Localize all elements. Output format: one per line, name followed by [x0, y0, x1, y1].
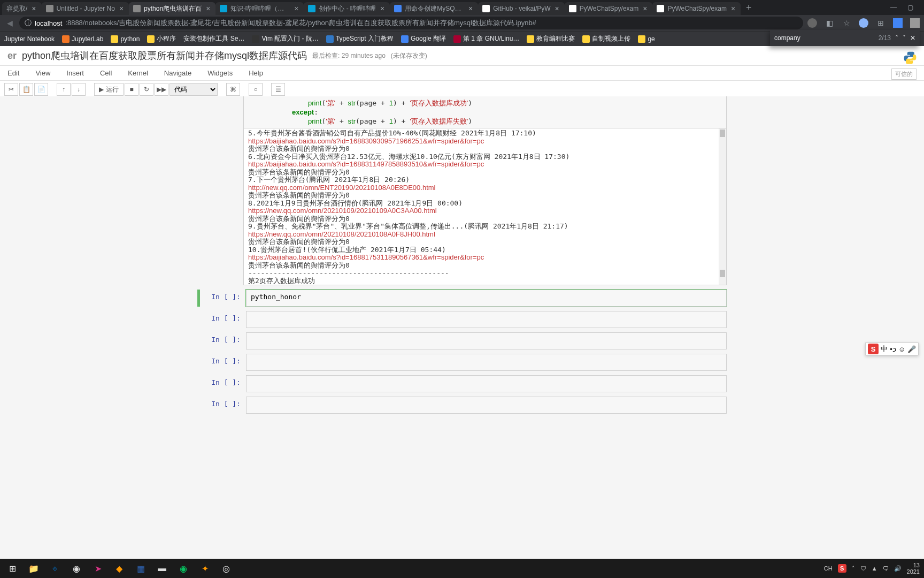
- menu-cell[interactable]: Cell: [100, 69, 112, 77]
- profile-icon[interactable]: [859, 18, 868, 28]
- fast-forward-button[interactable]: ▶▶: [155, 83, 168, 96]
- github-button[interactable]: ○: [249, 83, 263, 96]
- copy-button[interactable]: 📋: [19, 83, 33, 96]
- tab-7[interactable]: PyWeChatSpy/exam×: [565, 2, 653, 15]
- tray-lang[interactable]: CH: [824, 565, 833, 572]
- close-icon[interactable]: ×: [205, 4, 211, 13]
- ime-face-icon[interactable]: ☺: [898, 345, 905, 353]
- star-icon[interactable]: ☆: [842, 18, 851, 28]
- bookmark-gnu[interactable]: 第 1 章 GNU/Linu…: [453, 34, 519, 43]
- cell-input[interactable]: [246, 354, 727, 371]
- tab-5[interactable]: 用命令创建MySQL数×: [390, 2, 478, 15]
- toc-button[interactable]: ☰: [271, 83, 285, 96]
- move-down-button[interactable]: ↓: [72, 83, 86, 96]
- wechat-icon[interactable]: ◉: [175, 560, 191, 576]
- stop-button[interactable]: ■: [125, 83, 138, 96]
- info-icon[interactable]: ⓘ: [25, 18, 32, 28]
- find-input[interactable]: [774, 34, 874, 42]
- bookmark-miniprogram[interactable]: 小程序: [147, 34, 176, 43]
- close-icon[interactable]: ×: [554, 4, 560, 13]
- tray-chevron-icon[interactable]: ˄: [852, 565, 855, 572]
- cell-input[interactable]: [246, 332, 727, 349]
- cell-input[interactable]: [246, 397, 727, 414]
- move-up-button[interactable]: ↑: [57, 83, 71, 96]
- run-button[interactable]: ▶ 运行: [94, 83, 124, 96]
- terminal-icon[interactable]: ▬: [154, 560, 170, 576]
- puzzle-icon[interactable]: ⊞: [876, 18, 886, 28]
- back-icon[interactable]: ◀: [4, 19, 15, 27]
- tray-shield-icon[interactable]: 🛡: [860, 565, 866, 572]
- bookmark-edu[interactable]: 教育编程比赛: [527, 34, 575, 43]
- tray-volume-icon[interactable]: 🔊: [894, 565, 902, 572]
- menu-navigate[interactable]: Navigate: [164, 69, 191, 77]
- vscode-icon[interactable]: ⟐: [47, 560, 63, 576]
- word-icon[interactable]: ▦: [133, 560, 149, 576]
- tab-6[interactable]: GitHub - veikai/PyW×: [478, 2, 565, 15]
- ime-mic-icon[interactable]: 🎤: [907, 345, 916, 353]
- cell-input[interactable]: python_honor: [246, 290, 727, 307]
- bookmark-typescript[interactable]: TypeScript 入门教程: [326, 34, 394, 43]
- url-input[interactable]: ⓘ localhost:8888/notebooks/吉电股份新闻股票数据-鸢尾…: [19, 17, 803, 29]
- close-icon[interactable]: ×: [30, 4, 37, 13]
- menu-widgets[interactable]: Widgets: [207, 69, 233, 77]
- menu-help[interactable]: Help: [249, 69, 263, 77]
- restart-button[interactable]: ↻: [140, 83, 153, 96]
- notebook-title[interactable]: python爬虫培训在百度获取股票所有新闻并存储mysql数据库源代码: [22, 49, 307, 62]
- ime-punct-icon[interactable]: •ɔ: [890, 345, 896, 353]
- code-cell[interactable]: In [ ]:: [197, 332, 727, 349]
- cell-input[interactable]: [246, 311, 727, 328]
- celltype-select[interactable]: 代码: [170, 83, 218, 96]
- sublime-icon[interactable]: ◆: [111, 560, 127, 576]
- command-palette-button[interactable]: ⌘: [226, 83, 240, 96]
- minimize-icon[interactable]: —: [890, 4, 897, 11]
- tray-date[interactable]: 2021: [907, 568, 920, 575]
- bookmark-jupyter-notebook[interactable]: Jupyter Notebook: [4, 35, 55, 43]
- bookmark-jupyterlab[interactable]: JupyterLab: [62, 35, 103, 43]
- find-close-icon[interactable]: ✕: [910, 34, 915, 42]
- code-cell[interactable]: In [ ]:: [197, 354, 727, 371]
- cell-input[interactable]: [246, 375, 727, 392]
- close-icon[interactable]: ×: [379, 4, 386, 13]
- tray-wifi-icon[interactable]: ▲: [872, 565, 877, 572]
- code-cell[interactable]: In [ ]:: [197, 397, 727, 414]
- bookmark-ge[interactable]: ge: [638, 35, 654, 43]
- code-cell[interactable]: In [ ]:: [197, 311, 727, 328]
- close-icon[interactable]: ×: [730, 4, 736, 13]
- tab-3[interactable]: 知识-哔哩哔哩（゜-゜）×: [215, 2, 304, 15]
- code-cell[interactable]: In [ ]:python_honor: [197, 290, 727, 307]
- chrome-icon[interactable]: ◉: [68, 560, 84, 576]
- start-icon[interactable]: ⊞: [4, 560, 20, 576]
- sogou-icon[interactable]: S: [868, 344, 879, 354]
- find-next-icon[interactable]: ˅: [903, 34, 906, 42]
- trust-badge[interactable]: 可信的: [891, 69, 917, 80]
- ext2-icon[interactable]: [893, 18, 903, 28]
- bookmark-video[interactable]: 自制视频上传: [582, 34, 630, 43]
- find-prev-icon[interactable]: ˄: [895, 34, 898, 42]
- paste-button[interactable]: 📄: [34, 83, 48, 96]
- bookmark-vim[interactable]: Vim 配置入门 - 阮…: [252, 34, 318, 43]
- obs-icon[interactable]: ◎: [218, 560, 234, 576]
- bookmark-google-translate[interactable]: Google 翻译: [401, 34, 446, 43]
- save-button[interactable]: ✂: [4, 83, 18, 96]
- menu-edit[interactable]: Edit: [7, 69, 19, 77]
- tray-time[interactable]: 13: [907, 562, 920, 568]
- menu-view[interactable]: View: [35, 69, 50, 77]
- bookmark-python[interactable]: python: [111, 35, 140, 43]
- tab-4[interactable]: 创作中心 - 哔哩哔哩×: [304, 2, 390, 15]
- extension-icon[interactable]: ◧: [825, 18, 834, 28]
- maximize-icon[interactable]: ▢: [907, 4, 913, 11]
- tab-8[interactable]: PyWeChatSpy/exam×: [652, 2, 741, 15]
- tab-2[interactable]: python爬虫培训在百×: [129, 2, 215, 15]
- code-cell[interactable]: In [ ]:: [197, 375, 727, 392]
- menu-insert[interactable]: Insert: [66, 69, 84, 77]
- close-icon[interactable]: ×: [642, 4, 648, 13]
- bookmark-install[interactable]: 安装包制作工具 Se…: [183, 34, 244, 43]
- translate-icon[interactable]: [807, 18, 817, 28]
- menu-kernel[interactable]: Kernel: [128, 69, 148, 77]
- ext3-icon[interactable]: [910, 18, 920, 28]
- ime-mode[interactable]: 中: [881, 344, 888, 354]
- cursor-icon[interactable]: ➤: [90, 560, 106, 576]
- close-icon[interactable]: ×: [293, 4, 299, 13]
- tray-sogou-icon[interactable]: S: [838, 564, 846, 573]
- output-scrollbar[interactable]: [719, 128, 726, 285]
